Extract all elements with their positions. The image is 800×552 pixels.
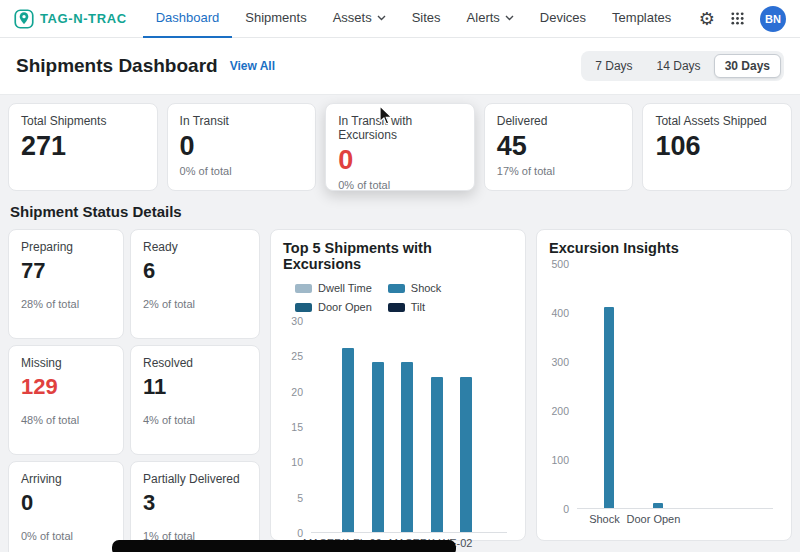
- nav-item-shipments[interactable]: Shipments: [232, 0, 319, 38]
- legend-swatch: [295, 303, 312, 312]
- stat-label: In Transit with Excursions: [338, 114, 462, 142]
- chevron-down-icon: [377, 15, 386, 21]
- bar: [342, 348, 354, 532]
- stat-card-in-transit-with-excursions[interactable]: In Transit with Excursions00% of total: [325, 103, 475, 191]
- stat-value: 271: [21, 131, 145, 162]
- x-axis-labels: ShockDoor Open: [577, 513, 773, 529]
- dashboard-content: Total Shipments271In Transit00% of total…: [0, 95, 800, 552]
- status-grid: Preparing7728% of totalReady62% of total…: [8, 229, 260, 552]
- nav-item-alerts[interactable]: Alerts: [454, 0, 527, 38]
- status-card-ready[interactable]: Ready62% of total: [130, 229, 260, 339]
- stats-row: Total Shipments271In Transit00% of total…: [8, 103, 792, 191]
- nav-item-label: Templates: [612, 10, 671, 25]
- top-navbar: TAG-N-TRAC DashboardShipmentsAssetsSites…: [0, 0, 800, 38]
- status-value: 3: [143, 490, 247, 516]
- settings-gear-icon[interactable]: ⚙: [699, 10, 715, 28]
- stat-card-total-assets-shipped[interactable]: Total Assets Shipped106: [642, 103, 792, 191]
- stat-card-delivered[interactable]: Delivered4517% of total: [484, 103, 634, 191]
- stat-label: Total Assets Shipped: [655, 114, 779, 128]
- app-window: TAG-N-TRAC DashboardShipmentsAssetsSites…: [0, 0, 800, 552]
- chart-title: Top 5 Shipments with Excursions: [283, 240, 513, 272]
- stat-subtext: 0% of total: [180, 165, 304, 177]
- status-label: Ready: [143, 240, 247, 254]
- chart-card-excursion-insights: Excursion Insights0100200300400500ShockD…: [536, 229, 792, 541]
- chevron-down-icon: [505, 15, 514, 21]
- nav-item-sites[interactable]: Sites: [399, 0, 454, 38]
- legend-label: Door Open: [318, 301, 372, 313]
- user-avatar[interactable]: BN: [760, 6, 786, 32]
- bars-area: [577, 264, 773, 509]
- page-header: Shipments Dashboard View All 7 Days14 Da…: [0, 38, 800, 95]
- nav-item-label: Shipments: [245, 10, 306, 25]
- y-axis-tick: 200: [551, 405, 569, 417]
- chart-plot: 051015202530: [283, 321, 513, 533]
- nav-item-assets[interactable]: Assets: [320, 0, 399, 38]
- stat-value: 45: [497, 131, 621, 162]
- nav-item-templates[interactable]: Templates: [599, 0, 684, 38]
- status-card-resolved[interactable]: Resolved114% of total: [130, 345, 260, 455]
- stat-subtext: 0% of total: [338, 179, 462, 191]
- status-card-missing[interactable]: Missing12948% of total: [8, 345, 124, 455]
- status-label: Missing: [21, 356, 111, 370]
- stat-card-in-transit[interactable]: In Transit00% of total: [167, 103, 317, 191]
- bottom-bar: [112, 540, 456, 552]
- stat-card-total-shipments[interactable]: Total Shipments271: [8, 103, 158, 191]
- view-all-link[interactable]: View All: [230, 59, 275, 73]
- y-axis-tick: 500: [551, 258, 569, 270]
- status-card-partially-delivered[interactable]: Partially Delivered31% of total: [130, 461, 260, 552]
- y-axis: 0100200300400500: [549, 264, 573, 509]
- bar: [653, 503, 663, 508]
- y-axis-tick: 300: [551, 356, 569, 368]
- bar: [372, 362, 384, 532]
- navbar-actions: ⚙ BN: [699, 6, 786, 32]
- legend-item-shock: Shock: [388, 282, 442, 294]
- status-value: 77: [21, 258, 111, 284]
- status-value: 11: [143, 374, 247, 400]
- y-axis-tick: 25: [291, 350, 303, 362]
- range-button-7-days[interactable]: 7 Days: [584, 54, 643, 78]
- bar: [401, 362, 413, 532]
- nav-item-label: Alerts: [467, 10, 500, 25]
- stat-label: Total Shipments: [21, 114, 145, 128]
- bars-area: [311, 321, 507, 533]
- status-label: Partially Delivered: [143, 472, 247, 486]
- range-button-14-days[interactable]: 14 Days: [646, 54, 712, 78]
- legend-swatch: [388, 303, 405, 312]
- nav-menu: DashboardShipmentsAssetsSitesAlertsDevic…: [143, 0, 685, 38]
- y-axis-tick: 100: [551, 454, 569, 466]
- legend-item-dwell-time: Dwell Time: [295, 282, 372, 294]
- legend-item-tilt: Tilt: [388, 301, 425, 313]
- legend-item-door-open: Door Open: [295, 301, 372, 313]
- stat-value: 0: [338, 145, 462, 176]
- y-axis-tick: 5: [297, 492, 303, 504]
- nav-item-label: Dashboard: [156, 10, 220, 25]
- y-axis-tick: 30: [291, 315, 303, 327]
- y-axis-tick: 0: [563, 503, 569, 515]
- legend-swatch: [388, 284, 405, 293]
- legend-label: Dwell Time: [318, 282, 372, 294]
- legend-swatch: [295, 284, 312, 293]
- status-value: 129: [21, 374, 111, 400]
- status-subtext: 0% of total: [21, 530, 111, 542]
- apps-grid-icon[interactable]: [730, 11, 745, 26]
- brand-pin-icon: [14, 9, 34, 29]
- nav-item-dashboard[interactable]: Dashboard: [143, 0, 233, 38]
- x-axis-label: Shock: [589, 513, 620, 525]
- chart-card-top5-excursions: Top 5 Shipments with ExcursionsDwell Tim…: [270, 229, 526, 541]
- nav-item-label: Assets: [333, 10, 372, 25]
- y-axis-tick: 20: [291, 386, 303, 398]
- status-label: Resolved: [143, 356, 247, 370]
- chart-title: Excursion Insights: [549, 240, 779, 256]
- range-button-30-days[interactable]: 30 Days: [714, 54, 781, 78]
- status-subtext: 48% of total: [21, 414, 111, 426]
- bar: [460, 377, 472, 532]
- status-card-preparing[interactable]: Preparing7728% of total: [8, 229, 124, 339]
- y-axis-tick: 10: [291, 456, 303, 468]
- brand-logo[interactable]: TAG-N-TRAC: [14, 9, 127, 29]
- nav-item-devices[interactable]: Devices: [527, 0, 599, 38]
- status-card-arriving[interactable]: Arriving00% of total: [8, 461, 124, 552]
- nav-item-label: Sites: [412, 10, 441, 25]
- status-value: 6: [143, 258, 247, 284]
- section-title: Shipment Status Details: [10, 203, 790, 220]
- y-axis-tick: 15: [291, 421, 303, 433]
